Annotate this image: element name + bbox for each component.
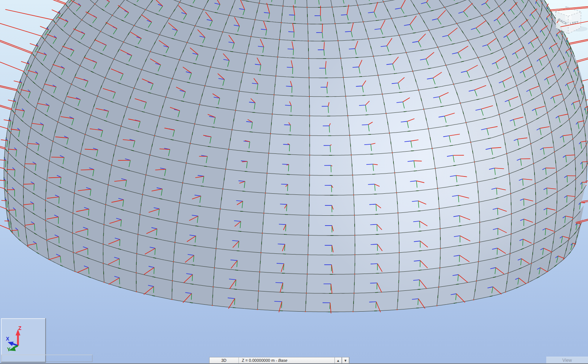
svg-text:Z: Z	[18, 325, 22, 331]
svg-text:X: X	[6, 336, 10, 342]
svg-text:Y: Y	[7, 346, 11, 352]
